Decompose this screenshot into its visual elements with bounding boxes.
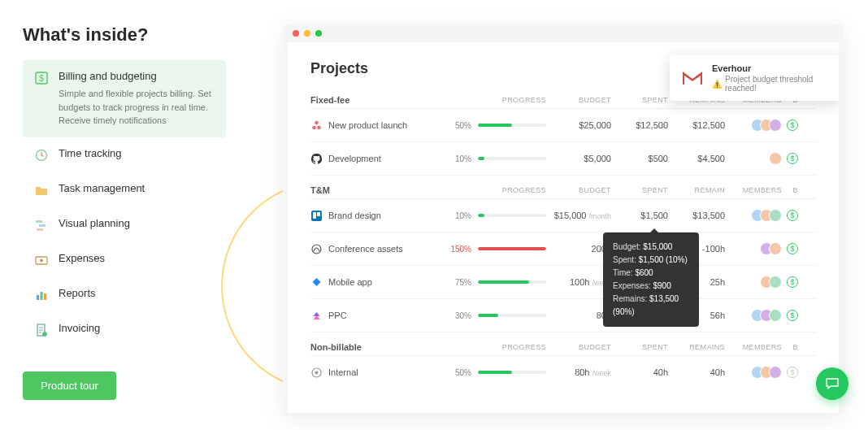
svg-point-14 bbox=[315, 120, 319, 124]
window-titlebar bbox=[283, 24, 844, 42]
section-name: Non-billable bbox=[310, 342, 449, 352]
expenses-icon bbox=[34, 253, 49, 267]
project-row[interactable]: Mobile app 75% 100h/week 25h $ bbox=[310, 266, 816, 299]
project-name: Mobile app bbox=[328, 277, 372, 287]
billable-icon[interactable]: $ bbox=[787, 243, 798, 254]
progress-bar bbox=[478, 247, 546, 250]
basecamp-icon bbox=[310, 243, 322, 254]
project-row[interactable]: Internal 50% 80h/week 40h 40h $ bbox=[310, 356, 816, 389]
generic-icon bbox=[310, 367, 322, 378]
nav-item-label: Task management bbox=[59, 182, 215, 194]
nav-item-desc: Simple and flexible projects billing. Se… bbox=[59, 87, 215, 128]
members-avatars bbox=[725, 309, 782, 322]
members-avatars bbox=[725, 119, 782, 132]
progress-bar bbox=[478, 314, 546, 317]
project-name: Development bbox=[328, 154, 381, 163]
progress-bar bbox=[478, 214, 546, 217]
nav-item-billing[interactable]: $ Billing and budgeting Simple and flexi… bbox=[23, 60, 226, 137]
sidebar: What's inside? $ Billing and budgeting S… bbox=[23, 24, 226, 415]
nav-item-label: Reports bbox=[59, 287, 215, 299]
project-name: Conference assets bbox=[328, 244, 403, 254]
nav-item-label: Expenses bbox=[59, 252, 215, 264]
project-row[interactable]: New product launch 50% $25,000 $12,500 $… bbox=[310, 109, 816, 142]
members-avatars bbox=[725, 209, 782, 222]
billable-icon[interactable]: $ bbox=[787, 276, 798, 288]
project-row[interactable]: Conference assets 150% 200h -100h $ bbox=[310, 232, 816, 266]
svg-text:$: $ bbox=[39, 74, 44, 83]
max-dot[interactable] bbox=[315, 30, 322, 37]
github-icon bbox=[310, 153, 322, 164]
members-avatars bbox=[725, 276, 782, 289]
clickup-icon bbox=[310, 310, 322, 321]
billable-icon[interactable]: $ bbox=[787, 153, 798, 164]
section-header-nonbillable: Non-billable PROGRESS BUDGET SPENT REMAI… bbox=[310, 339, 816, 356]
notification-title: Everhour bbox=[712, 63, 829, 73]
project-name: Internal bbox=[328, 367, 358, 377]
members-avatars bbox=[725, 242, 782, 255]
project-row[interactable]: Brand design 10% $15,000/month $1,500 $1… bbox=[310, 199, 816, 232]
close-dot[interactable] bbox=[293, 30, 299, 37]
progress-bar bbox=[478, 124, 546, 127]
billable-icon[interactable]: $ bbox=[787, 210, 798, 221]
reports-icon bbox=[34, 288, 49, 302]
nav-item-reports[interactable]: Reports bbox=[23, 277, 226, 312]
svg-rect-17 bbox=[311, 211, 322, 221]
billing-icon: $ bbox=[34, 71, 49, 85]
nav-item-invoicing[interactable]: Invoicing bbox=[23, 312, 226, 347]
section-name: Fixed-fee bbox=[310, 95, 449, 105]
nav-item-expenses[interactable]: Expenses bbox=[23, 242, 226, 277]
svg-rect-9 bbox=[41, 292, 43, 300]
nav-item-label: Visual planning bbox=[59, 217, 215, 229]
section-name: T&M bbox=[310, 185, 449, 195]
folder-icon bbox=[34, 183, 49, 198]
chat-fab[interactable] bbox=[816, 367, 848, 400]
svg-rect-10 bbox=[44, 293, 46, 300]
svg-rect-8 bbox=[37, 295, 39, 300]
project-name: PPC bbox=[328, 311, 347, 320]
project-row[interactable]: Development 10% $5,000 $500 $4,500 $ bbox=[310, 142, 816, 176]
gmail-icon bbox=[681, 70, 704, 86]
nav-item-time-tracking[interactable]: Time tracking bbox=[23, 137, 226, 172]
asana-icon bbox=[310, 119, 322, 131]
nav-item-task-management[interactable]: Task management bbox=[23, 172, 226, 207]
invoicing-icon bbox=[34, 323, 49, 337]
nav-item-visual-planning[interactable]: Visual planning bbox=[23, 207, 226, 242]
members-avatars bbox=[725, 366, 782, 379]
planning-icon bbox=[34, 218, 49, 232]
project-name: Brand design bbox=[328, 211, 381, 220]
product-tour-button[interactable]: Product tour bbox=[23, 371, 116, 400]
clock-icon bbox=[34, 148, 49, 163]
svg-rect-18 bbox=[313, 212, 316, 219]
nav-item-label: Time tracking bbox=[59, 147, 215, 159]
nav-item-label: Invoicing bbox=[59, 322, 215, 334]
app-window: Everhour ⚠️ Project budget threshold rea… bbox=[283, 24, 844, 415]
section-header-tm: T&M PROGRESS BUDGET SPENT REMAIN MEMBERS… bbox=[310, 182, 816, 199]
svg-rect-5 bbox=[37, 228, 43, 231]
progress-bar bbox=[478, 371, 546, 374]
billable-icon[interactable]: $ bbox=[787, 119, 798, 131]
svg-rect-13 bbox=[681, 70, 704, 86]
svg-point-16 bbox=[317, 125, 321, 129]
svg-point-12 bbox=[42, 332, 47, 337]
project-name: New product launch bbox=[328, 120, 407, 130]
notification-subtitle: ⚠️ Project budget threshold reached! bbox=[712, 75, 829, 93]
svg-point-20 bbox=[312, 245, 321, 254]
svg-point-22 bbox=[315, 371, 318, 374]
svg-rect-3 bbox=[36, 220, 42, 223]
page-heading: What's inside? bbox=[23, 24, 226, 46]
warning-icon: ⚠️ bbox=[712, 80, 722, 89]
svg-rect-4 bbox=[39, 224, 46, 227]
min-dot[interactable] bbox=[304, 30, 310, 37]
budget-tooltip: Budget: $15,000 Spent: $1,500 (10%) Time… bbox=[603, 232, 699, 327]
progress-bar bbox=[478, 157, 546, 160]
jira-icon bbox=[310, 276, 322, 288]
billable-icon[interactable]: $ bbox=[787, 310, 798, 321]
billable-icon[interactable]: $ bbox=[787, 367, 798, 378]
progress-bar bbox=[478, 280, 546, 284]
notification-toast[interactable]: Everhour ⚠️ Project budget threshold rea… bbox=[670, 55, 839, 101]
svg-rect-19 bbox=[317, 212, 320, 216]
svg-point-7 bbox=[40, 258, 43, 262]
members-avatars bbox=[725, 152, 782, 165]
project-row[interactable]: PPC 30% 80h 24h 56h $ bbox=[310, 299, 816, 332]
nav-item-label: Billing and budgeting bbox=[59, 70, 215, 82]
